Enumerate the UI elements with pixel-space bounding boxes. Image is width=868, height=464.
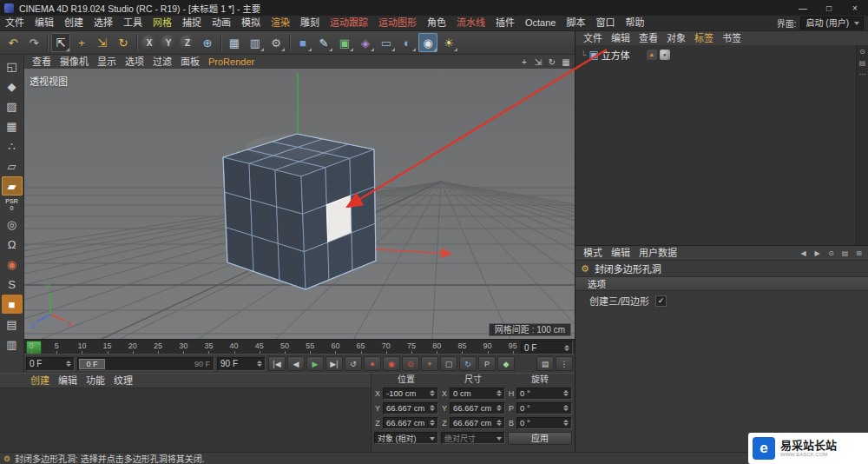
psr-axis-icon[interactable]: PSR0 [5, 196, 17, 214]
om-more-icon[interactable]: ⋯ [859, 70, 866, 78]
record-scale-toggle[interactable]: ▢ [440, 356, 457, 371]
camera-button[interactable]: ◉ [418, 33, 437, 52]
y-axis-lock[interactable]: Y [161, 35, 176, 50]
viewport-canvas[interactable]: YXZ [24, 69, 575, 339]
prev-frame-button[interactable]: ◀ [287, 356, 305, 371]
cube-object-icon[interactable]: ▣ [589, 50, 598, 60]
om-menu-tags[interactable]: 标签 [690, 32, 718, 45]
close-button[interactable]: × [842, 0, 868, 16]
menu-render[interactable]: 渲染 [266, 16, 295, 30]
menu-edit[interactable]: 编辑 [30, 16, 59, 30]
mat-menu-texture[interactable]: 纹理 [109, 375, 137, 388]
om-filter-icon[interactable]: ▤ [859, 59, 866, 67]
timeline-scrollbar[interactable]: ⋮ [556, 356, 573, 371]
snap-toggle-icon[interactable]: ■ [2, 295, 23, 314]
zoom-view-icon[interactable]: ⇲ [531, 56, 545, 68]
vp-menu-display[interactable]: 显示 [93, 56, 121, 69]
redo-icon[interactable]: ↷ [24, 33, 43, 52]
coord-mode-dropdown[interactable]: 对象 (相对) [374, 432, 438, 444]
modeling-settings-icon[interactable]: S [2, 275, 23, 294]
quantize-icon[interactable]: ◉ [2, 255, 23, 274]
move-tool[interactable]: + [72, 33, 91, 52]
menu-help[interactable]: 帮助 [620, 16, 649, 30]
floor-button[interactable]: ▭ [377, 33, 396, 52]
om-menu-bookmarks[interactable]: 书签 [718, 32, 746, 45]
am-forward-icon[interactable]: ▶ [812, 249, 823, 257]
position-x-field[interactable]: -100 cm [383, 388, 438, 400]
vp-menu-filter[interactable]: 过滤 [148, 56, 176, 69]
physical-sky-button[interactable]: ◐ [398, 33, 417, 52]
range-start-field[interactable]: 0 F [26, 357, 75, 371]
menu-window[interactable]: 窗口 [590, 16, 620, 30]
om-menu-objects[interactable]: 对象 [662, 32, 690, 45]
rotate-tool[interactable]: ↻ [114, 33, 133, 52]
timeline-slider-handle[interactable]: 0 F [79, 359, 105, 369]
live-selection-tool[interactable]: ⇱ [51, 33, 70, 52]
am-options-icon[interactable]: ⊞ [853, 249, 865, 257]
menu-select[interactable]: 选择 [89, 16, 118, 30]
timeline-mode-button[interactable]: ▤ [536, 356, 554, 371]
texture-mode-icon[interactable]: ▨ [2, 96, 23, 116]
subdivision-surface-button[interactable]: ▣ [335, 33, 354, 52]
polygons-mode-icon[interactable]: ▰ [2, 176, 23, 196]
render-settings-button[interactable]: ⚙ [266, 33, 286, 52]
am-menu-edit[interactable]: 编辑 [607, 247, 635, 260]
record-pla-toggle[interactable]: ◆ [497, 356, 515, 371]
range-end-field[interactable]: 90 F [217, 357, 266, 371]
mat-menu-create[interactable]: 创建 [26, 375, 54, 388]
edges-mode-icon[interactable]: ▱ [2, 156, 23, 176]
snap-icon[interactable]: Ω [2, 235, 23, 254]
minimize-button[interactable]: — [790, 0, 816, 16]
create-tri-quad-checkbox[interactable]: ✓ [655, 295, 667, 307]
object-manager-body[interactable]: └ ▣ 立方体 ▲ ● [575, 45, 857, 245]
object-label[interactable]: 立方体 [602, 48, 630, 62]
position-y-field[interactable]: 66.667 cm [383, 402, 438, 414]
scale-tool[interactable]: ⇲ [93, 33, 112, 52]
autokey-button[interactable]: ◉ [383, 356, 400, 371]
menu-file[interactable]: 文件 [0, 16, 30, 30]
coordinate-system-toggle[interactable]: ⊕ [198, 33, 217, 52]
menu-simulate[interactable]: 模拟 [236, 16, 266, 30]
deformer-button[interactable]: ◈ [356, 33, 375, 52]
vp-menu-view[interactable]: 查看 [28, 56, 56, 69]
menu-script[interactable]: 脚本 [561, 16, 590, 30]
am-search-icon[interactable]: ⊙ [825, 249, 837, 257]
content-browser-icon[interactable]: ▥ [2, 335, 23, 354]
interface-dropdown[interactable]: 启动 (用户) [800, 17, 864, 30]
mat-menu-function[interactable]: 功能 [82, 375, 109, 388]
viewport-solo-icon[interactable]: ◎ [2, 215, 23, 234]
z-axis-lock[interactable]: Z [180, 35, 195, 50]
menu-motion-tracker[interactable]: 运动跟踪 [325, 16, 373, 30]
menu-animate[interactable]: 动画 [207, 16, 236, 30]
workplane-mode-icon[interactable]: ▦ [2, 116, 23, 136]
menu-plugins[interactable]: 插件 [490, 16, 520, 30]
rotation-b-field[interactable]: 0 ° [516, 417, 572, 429]
points-mode-icon[interactable]: ∴ [2, 136, 23, 156]
apply-button[interactable]: 应用 [508, 432, 572, 445]
undo-icon[interactable]: ↶ [3, 33, 23, 52]
menu-pipeline[interactable]: 流水线 [451, 16, 490, 30]
layer-icon[interactable]: ▤ [2, 315, 23, 334]
am-menu-userdata[interactable]: 用户数据 [635, 247, 681, 260]
phong-tag-icon[interactable]: ● [660, 50, 670, 60]
menu-snap[interactable]: 捕捉 [177, 16, 207, 30]
om-menu-edit[interactable]: 编辑 [607, 32, 635, 45]
make-editable-icon[interactable]: ◱ [2, 56, 23, 76]
menu-sculpt[interactable]: 雕刻 [295, 16, 325, 30]
loop-mode-button[interactable]: ↺ [345, 356, 362, 371]
vp-menu-cameras[interactable]: 摄像机 [56, 56, 93, 69]
om-menu-file[interactable]: 文件 [579, 32, 607, 45]
timeline-ruler[interactable]: 05101520253035404550556065707580859095 0… [24, 339, 575, 354]
om-menu-view[interactable]: 查看 [635, 32, 662, 45]
maximize-button[interactable]: □ [816, 0, 842, 16]
mat-menu-edit[interactable]: 编辑 [54, 375, 82, 388]
current-frame-field[interactable]: 0 F [521, 341, 573, 355]
size-z-field[interactable]: 66.667 cm [450, 417, 505, 429]
am-menu-mode[interactable]: 模式 [579, 247, 607, 260]
record-parameter-toggle[interactable]: P [478, 356, 496, 371]
vp-menu-options[interactable]: 选项 [121, 56, 148, 69]
record-keyframe-button[interactable]: ● [364, 356, 381, 371]
primitive-cube-button[interactable]: ■ [293, 33, 312, 52]
jump-start-button[interactable]: |◀ [268, 356, 286, 371]
render-view-button[interactable]: ▦ [225, 33, 244, 52]
